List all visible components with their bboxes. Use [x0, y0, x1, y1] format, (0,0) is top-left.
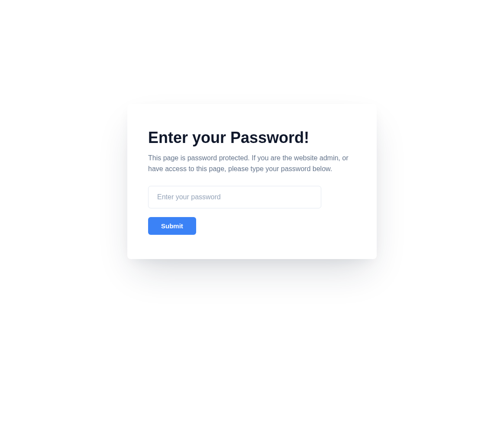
password-card: Enter your Password! This page is passwo… — [127, 104, 377, 259]
password-input[interactable] — [148, 186, 321, 208]
card-description: This page is password protected. If you … — [148, 153, 356, 175]
card-title: Enter your Password! — [148, 128, 356, 147]
submit-button[interactable]: Submit — [148, 217, 196, 235]
